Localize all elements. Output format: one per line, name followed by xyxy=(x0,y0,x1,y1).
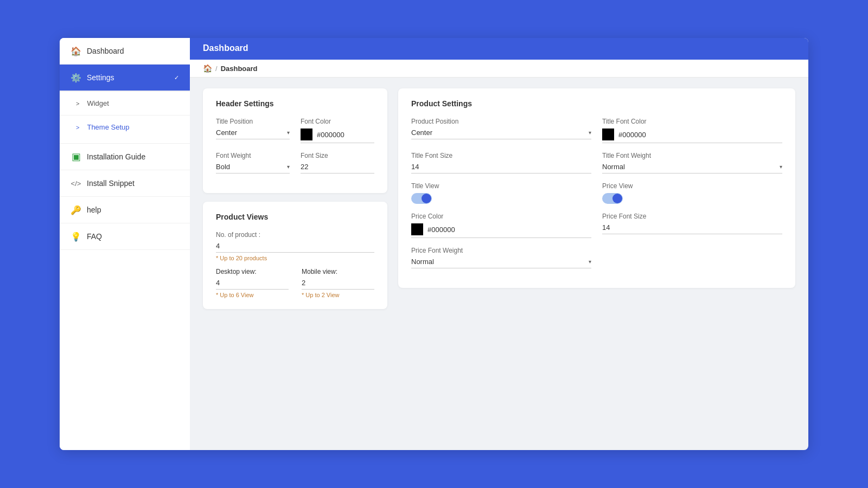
product-position-group: Product Position Center ▾ xyxy=(411,118,591,143)
select-chevron-icon: ▾ xyxy=(287,164,290,170)
sidebar-item-faq[interactable]: 💡 FAQ xyxy=(60,223,190,250)
main-content: Dashboard 🏠 / Dashboard Header Settings … xyxy=(190,38,808,450)
price-view-toggle-wrapper xyxy=(602,193,782,204)
product-position-select[interactable]: Center xyxy=(411,129,586,137)
sidebar-item-installation-label: Installation Guide xyxy=(87,152,145,161)
product-settings-row5: Price Font Weight Normal ▾ xyxy=(411,247,782,268)
sidebar-item-widget-label: Widget xyxy=(87,99,108,107)
sidebar-item-faq-label: FAQ xyxy=(87,232,102,241)
title-view-group: Title View xyxy=(411,182,591,204)
help-icon: 🔑 xyxy=(71,204,81,215)
font-weight-select-wrapper[interactable]: Bold ▾ xyxy=(216,163,290,174)
mobile-view-value: 2 xyxy=(302,279,374,290)
font-size-label: Font Size xyxy=(301,152,374,159)
font-color-swatch xyxy=(301,129,312,140)
sidebar-item-settings-label: Settings xyxy=(87,73,114,82)
sidebar-item-install-snippet[interactable]: </> Install Snippet xyxy=(60,170,190,197)
price-font-weight-select[interactable]: Normal xyxy=(411,258,586,266)
product-position-select-wrapper[interactable]: Center ▾ xyxy=(411,129,591,139)
sidebar: 🏠 Dashboard ⚙️ Settings ✓ > Widget > The… xyxy=(60,38,190,450)
font-color-group: Font Color #000000 xyxy=(301,118,374,143)
arrow-icon: > xyxy=(76,124,79,131)
title-font-weight-select[interactable]: Normal xyxy=(602,163,777,171)
title-position-select-wrapper[interactable]: Center ▾ xyxy=(216,129,290,139)
title-view-label: Title View xyxy=(411,182,591,190)
header-settings-card: Header Settings Title Position Center ▾ xyxy=(203,88,387,193)
title-font-size-label: Title Font Size xyxy=(411,152,591,159)
arrow-icon: > xyxy=(76,100,79,107)
price-view-group: Price View xyxy=(602,182,782,204)
sidebar-item-dashboard[interactable]: 🏠 Dashboard xyxy=(60,38,190,65)
product-settings-card: Product Settings Product Position Center… xyxy=(398,88,795,288)
chevron-icon: ✓ xyxy=(174,74,179,81)
placeholder-group xyxy=(602,247,782,268)
no-of-product-hint: * Up to 20 products xyxy=(216,255,374,261)
sidebar-item-settings[interactable]: ⚙️ Settings ✓ xyxy=(60,65,190,91)
price-color-preview[interactable]: #000000 xyxy=(411,223,591,238)
product-settings-title: Product Settings xyxy=(411,99,782,108)
font-color-hex: #000000 xyxy=(317,131,344,139)
desktop-view-value: 4 xyxy=(216,279,289,290)
breadcrumb-home-icon: 🏠 xyxy=(203,64,212,73)
title-font-color-hex: #000000 xyxy=(618,131,646,139)
sidebar-item-installation-guide[interactable]: ▣ Installation Guide xyxy=(60,143,190,170)
font-color-preview[interactable]: #000000 xyxy=(301,129,374,143)
font-weight-group: Font Weight Bold ▾ xyxy=(216,152,290,174)
header-settings-title: Header Settings xyxy=(216,99,374,108)
select-chevron-icon: ▾ xyxy=(287,130,290,136)
mobile-view-col: Mobile view: 2 * Up to 2 View xyxy=(302,268,374,298)
product-settings-row4: Price Color #000000 Price Font Size 14 xyxy=(411,213,782,238)
font-weight-label: Font Weight xyxy=(216,152,290,159)
title-position-select[interactable]: Center xyxy=(216,129,285,137)
product-views-grid: Desktop view: 4 * Up to 6 View Mobile vi… xyxy=(216,268,374,298)
title-position-group: Title Position Center ▾ xyxy=(216,118,290,143)
no-of-product-group: No. of product : 4 * Up to 20 products xyxy=(216,231,374,261)
title-font-color-preview[interactable]: #000000 xyxy=(602,129,782,143)
title-view-toggle-knob xyxy=(422,194,431,203)
faq-icon: 💡 xyxy=(71,231,81,242)
topbar: Dashboard xyxy=(190,38,808,60)
price-font-size-group: Price Font Size 14 xyxy=(602,213,782,238)
product-views-card: Product Views No. of product : 4 * Up to… xyxy=(203,202,387,309)
title-font-color-label: Title Font Color xyxy=(602,118,782,125)
product-views-title: Product Views xyxy=(216,213,374,221)
title-font-color-group: Title Font Color #000000 xyxy=(602,118,782,143)
sidebar-item-theme-setup-label: Theme Setup xyxy=(87,123,129,131)
title-font-size-group: Title Font Size 14 xyxy=(411,152,591,174)
price-font-size-value: 14 xyxy=(602,223,782,234)
title-view-toggle[interactable] xyxy=(411,193,432,204)
sidebar-item-dashboard-label: Dashboard xyxy=(87,47,124,55)
font-weight-select[interactable]: Bold xyxy=(216,163,285,171)
font-size-group: Font Size 22 xyxy=(301,152,374,174)
header-settings-row1: Title Position Center ▾ Font Color xyxy=(216,118,374,143)
sidebar-item-widget[interactable]: > Widget xyxy=(60,91,190,115)
title-font-color-swatch xyxy=(602,129,614,140)
no-of-product-value: 4 xyxy=(216,242,374,253)
right-column: Product Settings Product Position Center… xyxy=(398,88,795,439)
mobile-view-label: Mobile view: xyxy=(302,268,374,275)
mobile-view-hint: * Up to 2 View xyxy=(302,292,374,298)
sidebar-item-theme-setup[interactable]: > Theme Setup xyxy=(60,115,190,139)
sidebar-item-help[interactable]: 🔑 help xyxy=(60,197,190,223)
price-color-label: Price Color xyxy=(411,213,591,220)
installation-icon: ▣ xyxy=(71,151,81,162)
product-position-label: Product Position xyxy=(411,118,591,125)
left-column: Header Settings Title Position Center ▾ xyxy=(203,88,387,439)
font-size-value: 22 xyxy=(301,163,374,174)
title-font-weight-select-wrapper[interactable]: Normal ▾ xyxy=(602,163,782,174)
price-view-label: Price View xyxy=(602,182,782,190)
price-font-weight-select-wrapper[interactable]: Normal ▾ xyxy=(411,258,591,268)
font-color-label: Font Color xyxy=(301,118,374,125)
price-view-toggle-knob xyxy=(612,194,622,203)
product-settings-row1: Product Position Center ▾ Title Font Col… xyxy=(411,118,782,143)
price-font-weight-label: Price Font Weight xyxy=(411,247,591,254)
content-area: Header Settings Title Position Center ▾ xyxy=(190,78,808,450)
title-position-label: Title Position xyxy=(216,118,290,125)
home-icon: 🏠 xyxy=(71,46,81,56)
breadcrumb-separator: / xyxy=(215,65,218,73)
price-font-size-label: Price Font Size xyxy=(602,213,782,220)
select-chevron-icon: ▾ xyxy=(589,259,591,265)
desktop-view-hint: * Up to 6 View xyxy=(216,292,289,298)
price-view-toggle[interactable] xyxy=(602,193,623,204)
snippet-icon: </> xyxy=(71,178,81,189)
